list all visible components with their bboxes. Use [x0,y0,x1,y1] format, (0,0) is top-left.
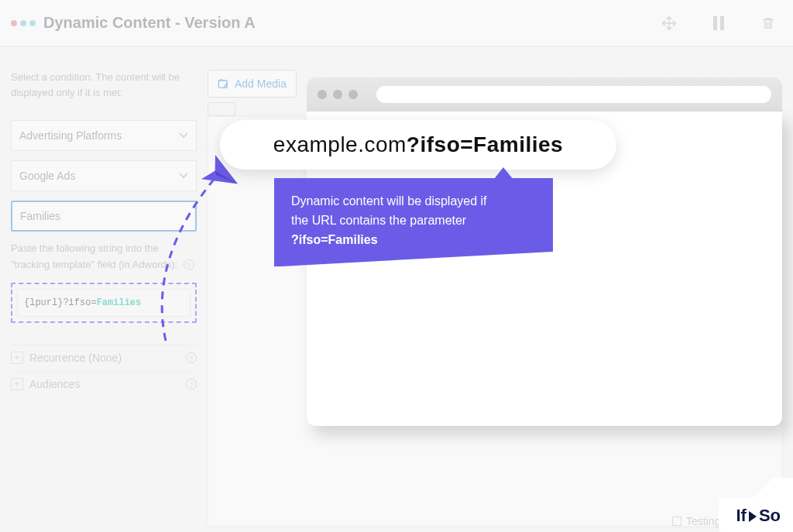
checkbox-icon [672,517,681,526]
help-icon[interactable]: ? [184,259,194,270]
url-query: ?ifso=Families [407,132,563,157]
callout-line-1: Dynamic content will be displayed if [291,194,487,208]
tracking-instruction: Paste the following string into the "tra… [11,241,197,273]
move-button[interactable] [655,9,683,37]
header: Dynamic Content - Version A [0,0,793,46]
platform-select[interactable]: Google Ads [11,160,197,191]
help-icon[interactable]: ? [186,352,197,363]
pause-button[interactable] [705,9,733,37]
plus-icon: + [11,378,23,390]
condition-type-value: Advertising Platforms [19,129,122,142]
condition-instruction: Select a condition. The content will be … [11,70,197,100]
chevron-down-icon [179,130,188,141]
traffic-lights-icon [318,90,358,99]
media-icon [218,78,230,89]
address-bar [376,86,771,103]
chevron-down-icon [179,170,188,181]
explanation-callout: Dynamic content will be displayed if the… [274,178,553,266]
platform-value: Google Ads [19,170,75,182]
page-title: Dynamic Content - Version A [43,14,256,32]
help-icon[interactable]: ? [186,379,197,390]
plus-icon: + [11,352,23,364]
testing-label: Testing M [686,515,733,527]
url-pill: example.com?ifso=Families [220,120,616,170]
audiences-label: Audiences [29,378,80,390]
recurrence-label: Recurrence (None) [29,352,122,364]
recurrence-row[interactable]: + Recurrence (None) ? [11,345,197,371]
add-media-label: Add Media [235,77,287,90]
add-media-button[interactable]: Add Media [208,70,297,98]
toolbar-placeholder [208,102,235,116]
parameter-value-input[interactable] [11,201,197,232]
window-dots-icon [11,20,36,26]
callout-line-3: ?ifso=Families [291,233,378,246]
svg-rect-1 [720,16,724,30]
delete-button[interactable] [754,9,782,37]
url-base: example.com [273,132,407,157]
svg-rect-0 [713,16,717,30]
tracking-template-box: {lpurl}?ifso=Families [11,283,197,323]
conditions-sidebar: Select a condition. The content will be … [11,70,197,527]
callout-line-2: the URL contains the parameter [291,214,466,227]
testing-mode-toggle[interactable]: Testing M [672,515,733,527]
condition-type-select[interactable]: Advertising Platforms [11,120,197,151]
tracking-template-code[interactable]: {lpurl}?ifso=Families [17,289,191,317]
audiences-row[interactable]: + Audiences ? [11,371,197,397]
